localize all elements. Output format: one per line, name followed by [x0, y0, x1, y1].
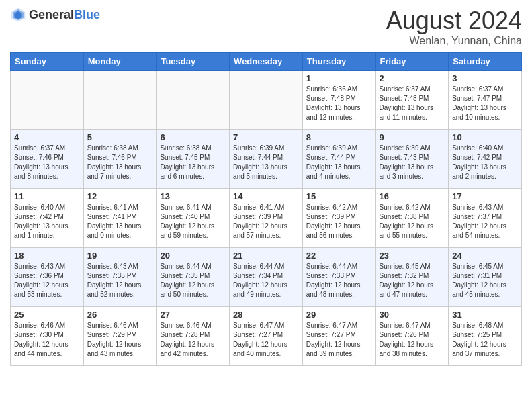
header-sunday: Sunday — [11, 53, 84, 71]
day-info: Sunrise: 6:42 AM Sunset: 7:39 PM Dayligh… — [306, 203, 372, 240]
table-row: 24Sunrise: 6:45 AM Sunset: 7:31 PM Dayli… — [449, 248, 522, 307]
table-row: 14Sunrise: 6:41 AM Sunset: 7:39 PM Dayli… — [230, 189, 303, 248]
title-area: August 2024 Wenlan, Yunnan, China — [386, 7, 522, 47]
day-number: 3 — [452, 73, 518, 83]
day-info: Sunrise: 6:38 AM Sunset: 7:45 PM Dayligh… — [160, 144, 226, 181]
day-number: 25 — [14, 310, 80, 320]
day-info: Sunrise: 6:46 AM Sunset: 7:28 PM Dayligh… — [160, 321, 226, 359]
logo-general: General — [29, 8, 74, 21]
table-row: 31Sunrise: 6:48 AM Sunset: 7:25 PM Dayli… — [449, 307, 522, 366]
calendar-table: Sunday Monday Tuesday Wednesday Thursday… — [10, 52, 522, 366]
table-row — [230, 71, 303, 130]
day-info: Sunrise: 6:40 AM Sunset: 7:42 PM Dayligh… — [14, 203, 80, 240]
header: GeneralBlue August 2024 Wenlan, Yunnan, … — [10, 7, 522, 47]
calendar-week-row: 25Sunrise: 6:46 AM Sunset: 7:30 PM Dayli… — [11, 307, 522, 366]
day-number: 28 — [233, 310, 299, 320]
logo: GeneralBlue — [10, 7, 100, 23]
day-info: Sunrise: 6:40 AM Sunset: 7:42 PM Dayligh… — [452, 144, 518, 181]
calendar-week-row: 18Sunrise: 6:43 AM Sunset: 7:36 PM Dayli… — [11, 248, 522, 307]
table-row — [157, 71, 230, 130]
day-number: 18 — [14, 250, 80, 261]
day-number: 21 — [233, 250, 299, 261]
day-info: Sunrise: 6:46 AM Sunset: 7:30 PM Dayligh… — [14, 321, 80, 359]
day-info: Sunrise: 6:38 AM Sunset: 7:46 PM Dayligh… — [87, 144, 153, 181]
table-row: 22Sunrise: 6:44 AM Sunset: 7:33 PM Dayli… — [302, 248, 375, 307]
day-info: Sunrise: 6:37 AM Sunset: 7:48 PM Dayligh… — [380, 85, 445, 122]
day-info: Sunrise: 6:41 AM Sunset: 7:39 PM Dayligh… — [233, 203, 299, 240]
table-row: 19Sunrise: 6:43 AM Sunset: 7:35 PM Dayli… — [83, 248, 157, 307]
logo-icon — [10, 7, 26, 23]
table-row: 30Sunrise: 6:47 AM Sunset: 7:26 PM Dayli… — [375, 307, 449, 366]
table-row: 11Sunrise: 6:40 AM Sunset: 7:42 PM Dayli… — [11, 189, 84, 248]
table-row: 23Sunrise: 6:45 AM Sunset: 7:32 PM Dayli… — [375, 248, 449, 307]
day-info: Sunrise: 6:44 AM Sunset: 7:35 PM Dayligh… — [160, 262, 226, 300]
day-info: Sunrise: 6:39 AM Sunset: 7:44 PM Dayligh… — [233, 144, 299, 181]
day-info: Sunrise: 6:47 AM Sunset: 7:26 PM Dayligh… — [380, 321, 445, 359]
table-row: 5Sunrise: 6:38 AM Sunset: 7:46 PM Daylig… — [83, 130, 157, 189]
day-info: Sunrise: 6:45 AM Sunset: 7:32 PM Dayligh… — [380, 262, 445, 300]
table-row: 29Sunrise: 6:47 AM Sunset: 7:27 PM Dayli… — [302, 307, 375, 366]
table-row: 2Sunrise: 6:37 AM Sunset: 7:48 PM Daylig… — [375, 71, 449, 130]
header-wednesday: Wednesday — [230, 53, 303, 71]
day-info: Sunrise: 6:39 AM Sunset: 7:43 PM Dayligh… — [380, 144, 445, 181]
day-number: 5 — [87, 132, 153, 142]
page-container: GeneralBlue August 2024 Wenlan, Yunnan, … — [0, 0, 532, 411]
table-row: 12Sunrise: 6:41 AM Sunset: 7:41 PM Dayli… — [83, 189, 157, 248]
day-info: Sunrise: 6:39 AM Sunset: 7:44 PM Dayligh… — [306, 144, 372, 181]
day-number: 9 — [380, 132, 445, 142]
day-number: 8 — [306, 132, 372, 142]
header-tuesday: Tuesday — [157, 53, 230, 71]
day-number: 13 — [160, 191, 226, 201]
day-info: Sunrise: 6:44 AM Sunset: 7:33 PM Dayligh… — [306, 262, 372, 300]
table-row: 9Sunrise: 6:39 AM Sunset: 7:43 PM Daylig… — [375, 130, 449, 189]
day-number: 19 — [87, 250, 153, 261]
day-number: 27 — [160, 310, 226, 320]
day-number: 29 — [306, 310, 372, 320]
day-number: 14 — [233, 191, 299, 201]
table-row: 13Sunrise: 6:41 AM Sunset: 7:40 PM Dayli… — [157, 189, 230, 248]
calendar-header-row: Sunday Monday Tuesday Wednesday Thursday… — [11, 53, 522, 71]
day-number: 12 — [87, 191, 153, 201]
table-row: 28Sunrise: 6:47 AM Sunset: 7:27 PM Dayli… — [230, 307, 303, 366]
day-number: 31 — [452, 310, 518, 320]
day-number: 26 — [87, 310, 153, 320]
day-number: 2 — [380, 73, 445, 83]
calendar-week-row: 4Sunrise: 6:37 AM Sunset: 7:46 PM Daylig… — [11, 130, 522, 189]
table-row: 27Sunrise: 6:46 AM Sunset: 7:28 PM Dayli… — [157, 307, 230, 366]
location: Wenlan, Yunnan, China — [386, 35, 522, 47]
calendar-week-row: 1Sunrise: 6:36 AM Sunset: 7:48 PM Daylig… — [11, 71, 522, 130]
table-row: 8Sunrise: 6:39 AM Sunset: 7:44 PM Daylig… — [302, 130, 375, 189]
table-row: 20Sunrise: 6:44 AM Sunset: 7:35 PM Dayli… — [157, 248, 230, 307]
day-info: Sunrise: 6:37 AM Sunset: 7:47 PM Dayligh… — [452, 85, 518, 122]
table-row: 10Sunrise: 6:40 AM Sunset: 7:42 PM Dayli… — [449, 130, 522, 189]
table-row: 17Sunrise: 6:43 AM Sunset: 7:37 PM Dayli… — [449, 189, 522, 248]
table-row — [83, 71, 157, 130]
day-number: 22 — [306, 250, 372, 261]
header-saturday: Saturday — [449, 53, 522, 71]
day-number: 7 — [233, 132, 299, 142]
day-number: 11 — [14, 191, 80, 201]
calendar-week-row: 11Sunrise: 6:40 AM Sunset: 7:42 PM Dayli… — [11, 189, 522, 248]
day-number: 30 — [380, 310, 445, 320]
day-info: Sunrise: 6:36 AM Sunset: 7:48 PM Dayligh… — [306, 85, 372, 122]
day-number: 17 — [452, 191, 518, 201]
day-info: Sunrise: 6:41 AM Sunset: 7:40 PM Dayligh… — [160, 203, 226, 240]
table-row: 18Sunrise: 6:43 AM Sunset: 7:36 PM Dayli… — [11, 248, 84, 307]
table-row: 6Sunrise: 6:38 AM Sunset: 7:45 PM Daylig… — [157, 130, 230, 189]
day-number: 23 — [380, 250, 445, 261]
table-row: 4Sunrise: 6:37 AM Sunset: 7:46 PM Daylig… — [11, 130, 84, 189]
day-number: 20 — [160, 250, 226, 261]
day-number: 6 — [160, 132, 226, 142]
header-friday: Friday — [375, 53, 449, 71]
day-info: Sunrise: 6:45 AM Sunset: 7:31 PM Dayligh… — [452, 262, 518, 300]
day-info: Sunrise: 6:44 AM Sunset: 7:34 PM Dayligh… — [233, 262, 299, 300]
table-row: 25Sunrise: 6:46 AM Sunset: 7:30 PM Dayli… — [11, 307, 84, 366]
header-thursday: Thursday — [302, 53, 375, 71]
month-year: August 2024 — [386, 7, 522, 35]
day-info: Sunrise: 6:43 AM Sunset: 7:35 PM Dayligh… — [87, 262, 153, 300]
logo-blue: Blue — [74, 8, 100, 21]
day-info: Sunrise: 6:41 AM Sunset: 7:41 PM Dayligh… — [87, 203, 153, 240]
table-row: 7Sunrise: 6:39 AM Sunset: 7:44 PM Daylig… — [230, 130, 303, 189]
day-info: Sunrise: 6:42 AM Sunset: 7:38 PM Dayligh… — [380, 203, 445, 240]
day-number: 15 — [306, 191, 372, 201]
